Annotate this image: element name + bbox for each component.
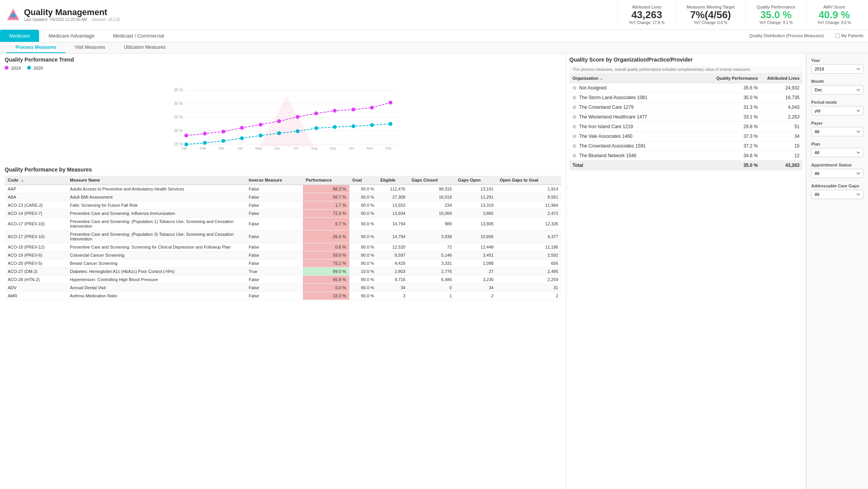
measures-row[interactable]: ACO-19 (PREV-6) Colorectal Cancer Screen… [5, 251, 561, 259]
sub-tab-process-measures[interactable]: Process Measures [6, 42, 65, 53]
svg-text:Mar: Mar [219, 146, 225, 150]
qs-col-org[interactable]: Organization ▲ [569, 74, 709, 83]
measures-row[interactable]: ADV Annual Dental Visit False 0.0 % 90.0… [5, 283, 561, 292]
legend-2020: 2020 [27, 66, 43, 70]
tab-medicaid-commercial[interactable]: Medicaid / Commercial [104, 30, 173, 42]
expand-icon[interactable]: ⊞ [572, 105, 576, 110]
payer-select[interactable]: All [811, 127, 863, 136]
col-code[interactable]: Code ▲ [5, 176, 67, 185]
qs-org-name: The Iron Island Care 1219 [579, 124, 633, 129]
measures-row[interactable]: ACO-20 (PREV-5) Breast Cancer Screening … [5, 259, 561, 267]
measures-row[interactable]: ACO-17 (PREV-10) Preventive Care and Scr… [5, 230, 561, 243]
measures-row[interactable]: ACO-14 (PREV-7) Preventive Care and Scre… [5, 209, 561, 217]
quality-perf-yoy: YoY Change: 9.1 % [757, 21, 795, 25]
qs-row[interactable]: ⊞ The Iron Island Care 1219 29.8 % 51 [569, 122, 803, 131]
qs-cell-lives: 51 [761, 122, 803, 131]
col-measure-name[interactable]: Measure Name [67, 176, 246, 185]
meas-gaps-open: 13,805 [455, 217, 497, 230]
tab-medicare-advantage[interactable]: Medicare Advantage [39, 30, 104, 42]
measures-row[interactable]: AAP Adults Access to Preventive and Ambu… [5, 185, 561, 193]
measures-row[interactable]: ACO-18 (PREV-12) Preventive Care and Scr… [5, 243, 561, 251]
app-title-group: Quality Management Last Updated: 7/6/202… [24, 7, 120, 22]
qs-org-name: The Vale Associates 1460 [579, 134, 632, 139]
col-gaps-closed[interactable]: Gaps Closed [408, 176, 455, 185]
qs-row[interactable]: ⊞ The Vale Associates 1460 37.3 % 34 [569, 131, 803, 141]
expand-icon[interactable]: ⊞ [572, 124, 576, 129]
qs-cell-lives: 15 [761, 141, 803, 151]
qs-org-name: The Crownland Associates 1591 [579, 143, 646, 149]
col-open-gaps-goal[interactable]: Open Gaps to Goal [497, 176, 561, 185]
qs-row[interactable]: ⊞ The Blueland Network 1546 34.8 % 12 [569, 151, 803, 160]
year-select[interactable]: 2019 2020 2021 2022 [811, 64, 863, 74]
qs-col-lives[interactable]: Attributed Lives [761, 74, 803, 83]
sub-tab-utilization-measures[interactable]: Utilization Measures [114, 42, 175, 53]
expand-icon[interactable]: ⊞ [572, 95, 576, 100]
meas-gaps-open: 34 [455, 283, 497, 292]
meas-perf: 33.3 % [303, 292, 349, 300]
chart-section: Quality Performance Trend 2019 2020 15 %… [5, 57, 561, 162]
qs-col-perf[interactable]: Quality Performance [709, 74, 761, 83]
expand-icon[interactable]: ⊞ [572, 143, 576, 149]
month-select[interactable]: JanFebMarApr MayJunJulAug SepOctNovDec [811, 85, 863, 94]
expand-icon[interactable]: ⊞ [572, 85, 576, 91]
measures-section: Quality Performance by Measures Code ▲ M… [5, 166, 561, 300]
dot-2019-10 [370, 106, 374, 110]
qs-row[interactable]: ⊞ The Crownland Care 1279 31.3 % 4,043 [569, 102, 803, 112]
qs-row[interactable]: ⊞ The Westerland Healthcare 1477 33.1 % … [569, 112, 803, 122]
meas-open-gaps-goal: 11,964 [497, 201, 561, 209]
meas-eligible: 12,520 [377, 243, 408, 251]
sub-tab-visit-measures[interactable]: Visit Measures [65, 42, 114, 53]
meas-gaps-closed: 5,146 [408, 251, 455, 259]
dot-2020-10 [370, 123, 374, 127]
meas-inverse: False [246, 243, 303, 251]
my-patients-button[interactable]: My Patients [830, 33, 868, 38]
svg-text:20 %: 20 % [174, 129, 183, 133]
qs-row[interactable]: ⊞ The Crownland Associates 1591 37.2 % 1… [569, 141, 803, 151]
qs-cell-org: ⊞ The Crownland Care 1279 [569, 102, 709, 112]
appointment-status-select[interactable]: All [811, 169, 863, 178]
period-mode-select[interactable]: ytd mtd [811, 106, 863, 115]
measures-row[interactable]: ACO-13 (CARE-2) Falls: Screening for Fut… [5, 201, 561, 209]
addressable-care-gaps-select[interactable]: All [811, 190, 863, 199]
qs-row[interactable]: Total 35.0 % 43,263 [569, 160, 803, 170]
expand-icon[interactable]: ⊞ [572, 114, 576, 120]
meas-goal: 90.0 % [349, 251, 378, 259]
measures-row[interactable]: ABA Adult BMI Assessment False 58.7 % 90… [5, 193, 561, 201]
measures-row[interactable]: ACO-17 (PREV-10) Preventive Care and Scr… [5, 217, 561, 230]
col-gaps-open[interactable]: Gaps Open [455, 176, 497, 185]
expand-icon[interactable]: ⊞ [572, 134, 576, 139]
col-performance[interactable]: Performance [303, 176, 349, 185]
plan-select[interactable]: All [811, 148, 863, 157]
meas-open-gaps-goal: 2,259 [497, 275, 561, 283]
meas-code: ACO-19 (PREV-6) [5, 251, 67, 259]
qs-row[interactable]: ⊞ Not Assigned 35.6 % 24,932 [569, 83, 803, 93]
meas-code: ACO-17 (PREV-10) [5, 217, 67, 230]
meas-goal: 90.0 % [349, 275, 378, 283]
measures-table-wrap[interactable]: Code ▲ Measure Name Inverse Measure Perf… [5, 176, 561, 300]
qs-cell-org: ⊞ The Vale Associates 1460 [569, 131, 709, 141]
col-inverse[interactable]: Inverse Measure [246, 176, 303, 185]
meas-goal: 90.0 % [349, 283, 378, 292]
measures-row[interactable]: ACO-28 (HTN-2) Hypertension: Controlling… [5, 275, 561, 283]
meas-name: Diabetes: Hemoglobin A1c (HbA1c) Poor Co… [67, 267, 246, 275]
filter-month: Month JanFebMarApr MayJunJulAug SepOctNo… [811, 79, 863, 94]
attributed-lives-yoy: YoY Change: 17.8 % [629, 21, 665, 25]
meas-inverse: False [246, 217, 303, 230]
expand-icon[interactable]: ⊞ [572, 153, 576, 158]
meas-perf: 99.0 % [303, 267, 349, 275]
main-content: Quality Performance Trend 2019 2020 15 %… [0, 53, 868, 489]
qs-cell-org: ⊞ Not Assigned [569, 83, 709, 93]
meas-eligible: 13,934 [377, 209, 408, 217]
appointment-status-label: Appointment Status [811, 163, 863, 167]
col-eligible[interactable]: Eligible [377, 176, 408, 185]
meas-code: ACO-27 (DM-2) [5, 267, 67, 275]
measures-row[interactable]: AMR Asthma Medication Ratio False 33.3 %… [5, 292, 561, 300]
tab-medicare[interactable]: Medicare [0, 30, 39, 42]
qs-row[interactable]: ⊞ The Storm Land Associates 1081 35.0 % … [569, 93, 803, 102]
meas-gaps-open: 11,291 [455, 193, 497, 201]
qs-cell-lives: 12 [761, 151, 803, 160]
meas-goal: 10.0 % [349, 267, 378, 275]
col-goal[interactable]: Goal [349, 176, 378, 185]
logo-area: Quality Management Last Updated: 7/6/202… [6, 7, 120, 22]
measures-row[interactable]: ACO-27 (DM-2) Diabetes: Hemoglobin A1c (… [5, 267, 561, 275]
